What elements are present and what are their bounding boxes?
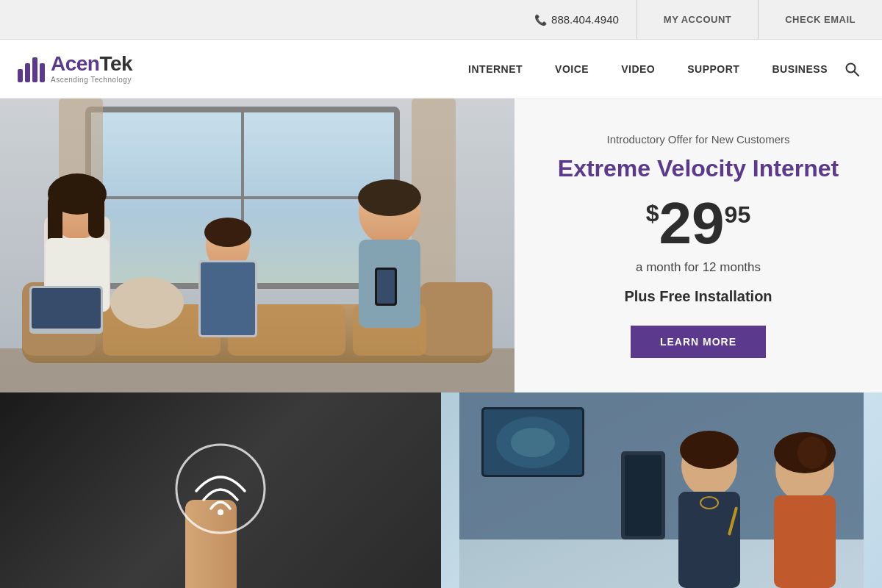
logo[interactable]: AcenTek Ascending Technology [18, 54, 132, 84]
top-bar: 📞 888.404.4940 MY ACCOUNT CHECK EMAIL [0, 0, 882, 40]
promo-price: $ 29 95 [646, 194, 750, 253]
phone-number[interactable]: 📞 888.404.4940 [517, 13, 637, 26]
bottom-panels [0, 392, 882, 588]
svg-rect-60 [459, 392, 864, 588]
nav-support[interactable]: SUPPORT [671, 40, 756, 98]
nav-video[interactable]: VIDEO [605, 40, 671, 98]
promo-install: Plus Free Installation [624, 288, 772, 305]
logo-tagline: Ascending Technology [51, 76, 132, 84]
logo-bars-icon [18, 56, 45, 82]
wifi-panel[interactable] [0, 392, 441, 588]
price-main: 29 [659, 194, 725, 253]
hero-section: Introductory Offer for New Customers Ext… [0, 98, 882, 392]
nav-business[interactable]: BUSINESS [756, 40, 844, 98]
business-panel[interactable] [441, 392, 882, 588]
search-icon[interactable] [844, 61, 860, 77]
nav-internet[interactable]: INTERNET [452, 40, 539, 98]
logo-text: AcenTek [51, 54, 132, 74]
learn-more-button[interactable]: LEARN MORE [631, 326, 766, 358]
price-dollar: $ [646, 200, 659, 227]
promo-intro-text: Introductory Offer for New Customers [607, 133, 790, 146]
price-cents: 95 [725, 201, 751, 229]
nav-voice[interactable]: VOICE [539, 40, 605, 98]
business-scene [441, 392, 882, 588]
svg-rect-39 [0, 98, 514, 392]
main-nav: AcenTek Ascending Technology INTERNET VO… [0, 40, 882, 98]
promo-duration: a month for 12 months [636, 260, 761, 275]
check-email-link[interactable]: CHECK EMAIL [758, 0, 882, 39]
svg-line-1 [854, 71, 858, 76]
hero-promo-panel: Introductory Offer for New Customers Ext… [514, 98, 882, 392]
svg-point-41 [218, 509, 223, 515]
nav-links: INTERNET VOICE VIDEO SUPPORT BUSINESS [452, 40, 860, 98]
wifi-circle-container [173, 441, 268, 539]
hero-image [0, 98, 514, 392]
phone-icon: 📞 [534, 14, 547, 26]
promo-title: Extreme Velocity Internet [558, 154, 839, 182]
my-account-link[interactable]: MY ACCOUNT [637, 0, 758, 39]
